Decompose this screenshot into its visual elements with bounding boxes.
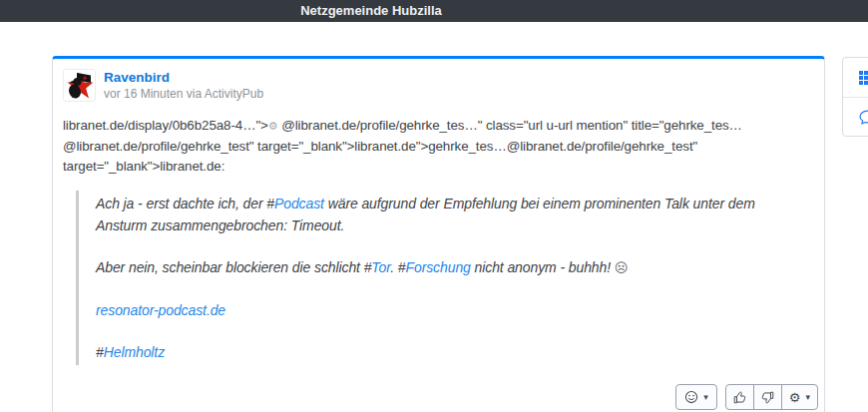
quote-paragraph: #Helmholtz	[96, 341, 789, 363]
right-app-panel	[842, 57, 868, 137]
chevron-down-icon: ▾	[805, 393, 810, 402]
thumbs-down-icon	[761, 391, 774, 404]
hashtag-link-tor[interactable]: Tor	[371, 259, 390, 275]
emoji-reaction-button[interactable]: ▾	[675, 384, 717, 410]
quote-text: nicht anonym - buhhh!	[471, 259, 615, 275]
quote-paragraph: resonator-podcast.de	[96, 299, 789, 321]
hashtag-link-helmholtz[interactable]: Helmholtz	[104, 344, 165, 360]
comments-button[interactable]	[843, 97, 868, 136]
ravenbird-logo-icon	[64, 70, 96, 102]
quote-text: Ach ja - erst dachte ich, der #	[96, 196, 274, 211]
thumbs-up-icon	[733, 391, 746, 404]
apps-grid-icon	[859, 71, 868, 85]
quote-paragraph: Aber nein, scheinbar blockieren die schl…	[96, 256, 789, 279]
resonator-podcast-link[interactable]: resonator-podcast.de	[96, 302, 225, 318]
author-name-link[interactable]: Ravenbird	[104, 70, 170, 85]
dislike-button[interactable]	[753, 385, 781, 409]
comment-icon	[859, 110, 868, 125]
post-meta-timestamp: vor 16 Minuten via ActivityPub	[104, 87, 263, 101]
top-navbar: Netzgemeinde Hubzilla	[0, 0, 868, 22]
chevron-down-icon: ▾	[703, 393, 708, 402]
site-title: Netzgemeinde Hubzilla	[0, 0, 742, 22]
like-button[interactable]	[726, 385, 753, 409]
quote-text: . #	[390, 259, 405, 275]
gear-icon: ⚙	[789, 391, 801, 404]
quoted-post: Ach ja - erst dachte ich, der #Podcast w…	[76, 191, 789, 365]
inline-gear-icon: ⚙	[268, 120, 278, 133]
quote-paragraph: Ach ja - erst dachte ich, der #Podcast w…	[96, 193, 789, 236]
apps-grid-button[interactable]	[843, 58, 868, 97]
post-card: Ravenbird vor 16 Minuten via ActivityPub…	[52, 56, 825, 412]
hashtag-link-podcast[interactable]: Podcast	[274, 196, 324, 211]
frowning-face-emoji: ☹	[615, 260, 628, 275]
quote-text: #	[96, 344, 104, 360]
vote-and-settings-group: ⚙ ▾	[725, 384, 818, 410]
smiley-icon	[684, 390, 698, 404]
post-settings-dropdown-button[interactable]: ⚙ ▾	[781, 385, 817, 409]
post-header: Ravenbird vor 16 Minuten via ActivityPub	[63, 69, 814, 103]
avatar[interactable]	[63, 69, 96, 102]
post-body-text: libranet.de/display/0b6b25a8-4…">⚙ @libr…	[63, 116, 814, 177]
body-text-part1: libranet.de/display/0b6b25a8-4…">	[63, 118, 268, 133]
quote-text: Aber nein, scheinbar blockieren die schl…	[96, 259, 371, 275]
hashtag-link-forschung[interactable]: Forschung	[406, 259, 471, 275]
post-action-bar: ▾ ⚙ ▾	[675, 384, 818, 410]
